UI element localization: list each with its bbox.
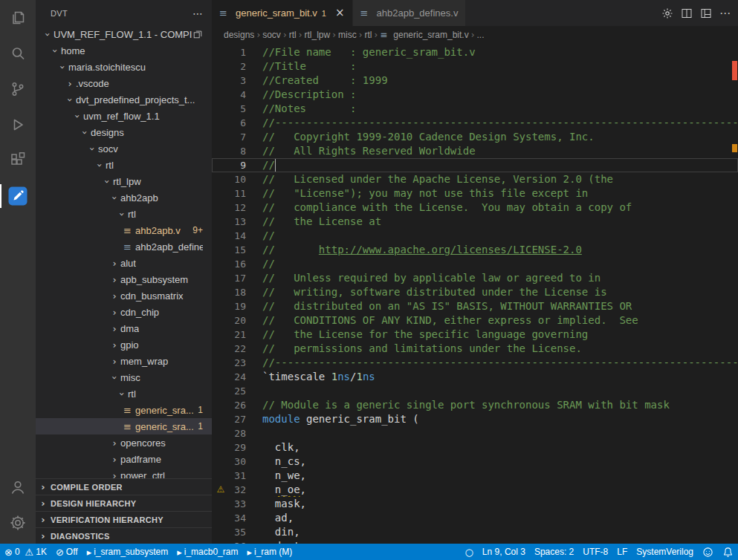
tree-item-folder[interactable]: ›gpio bbox=[36, 336, 212, 353]
code-line-6[interactable]: 6//-------------------------------------… bbox=[212, 116, 738, 130]
statusbar-encoding[interactable]: UTF-8 bbox=[578, 544, 612, 560]
breadcrumb-item[interactable]: rtl bbox=[364, 30, 372, 40]
breadcrumb-item[interactable]: misc bbox=[338, 30, 357, 40]
statusbar-indentation[interactable]: Spaces: 2 bbox=[530, 544, 578, 560]
code-line-22[interactable]: 22// permissions and limitations under t… bbox=[212, 342, 738, 356]
tree-item-folder[interactable]: ›rtl bbox=[36, 157, 212, 173]
tree-item-folder[interactable]: ›maria.stoichitescu bbox=[36, 59, 212, 75]
code-line-35[interactable]: 35 din, bbox=[212, 525, 738, 539]
tree-item-folder[interactable]: ›cdn_chip bbox=[36, 304, 212, 320]
code-line-17[interactable]: 17// Unless required by applicable law o… bbox=[212, 271, 738, 285]
tree-item-folder[interactable]: ›misc bbox=[36, 369, 212, 385]
section-diagnostics[interactable]: ›DIAGNOSTICS bbox=[36, 527, 212, 544]
extensions-icon[interactable] bbox=[0, 143, 36, 178]
code-line-20[interactable]: 20// CONDITIONS OF ANY KIND, either expr… bbox=[212, 313, 738, 328]
code-line-3[interactable]: 3//Created : 1999 bbox=[212, 74, 738, 88]
statusbar-hierarchy-path-3[interactable]: ▸i_ram (M) bbox=[242, 544, 297, 560]
tree-item-folder[interactable]: ›.vscode bbox=[36, 75, 212, 91]
code-line-33[interactable]: 33 mask, bbox=[212, 497, 738, 511]
code-line-36[interactable]: 36 dout bbox=[212, 539, 738, 544]
code-line-2[interactable]: 2//Title : bbox=[212, 59, 738, 74]
code-line-16[interactable]: 16// bbox=[212, 257, 738, 271]
tree-item-folder[interactable]: ›rtl bbox=[36, 206, 212, 222]
code-line-25[interactable]: 25 bbox=[212, 384, 738, 398]
statusbar-eol[interactable]: LF bbox=[612, 544, 632, 560]
tree-item-folder[interactable]: ›power_ctrl bbox=[36, 467, 212, 478]
tree-item-file[interactable]: ≡generic_sra...1 bbox=[36, 402, 212, 418]
statusbar-hierarchy-path-2[interactable]: ▸i_macb0_ram bbox=[172, 544, 242, 560]
tree-item-folder[interactable]: ›dma bbox=[36, 320, 212, 336]
tree-item-folder[interactable]: ›rtl_lpw bbox=[36, 173, 212, 189]
code-line-18[interactable]: 18// writing, software distributed under… bbox=[212, 285, 738, 299]
code-line-31[interactable]: 31 n_we, bbox=[212, 469, 738, 483]
section-design-hierarchy[interactable]: ›DESIGN HIERARCHY bbox=[36, 495, 212, 511]
dvt-icon[interactable] bbox=[0, 178, 36, 214]
tree-item-folder[interactable]: ›padframe bbox=[36, 451, 212, 467]
tree-item-folder[interactable]: ›cdn_busmatrix bbox=[36, 287, 212, 304]
code-line-4[interactable]: 4//Description : bbox=[212, 88, 738, 102]
tree-item-file[interactable]: ≡ahb2apb_define... bbox=[36, 238, 212, 255]
code-line-24[interactable]: 24`timescale 1ns/1ns bbox=[212, 370, 738, 384]
code-line-10[interactable]: 10// Licensed under the Apache License, … bbox=[212, 172, 738, 186]
tab-ahb2apb_defines.v[interactable]: ≡ahb2apb_defines.v bbox=[353, 0, 467, 26]
statusbar-notifications[interactable] bbox=[718, 544, 738, 560]
code-line-27[interactable]: 27module generic_sram_bit ( bbox=[212, 412, 738, 426]
run-and-debug-icon[interactable] bbox=[0, 107, 36, 143]
close-icon[interactable]: × bbox=[335, 7, 345, 19]
tree-item-folder[interactable]: ›rtl bbox=[36, 385, 212, 402]
tree-item-folder[interactable]: ›designs bbox=[36, 124, 212, 140]
code-area[interactable]: 1//File name : generic_sram_bit.v2//Titl… bbox=[212, 44, 738, 544]
tab-generic_sram_bit.v[interactable]: ≡generic_sram_bit.v1× bbox=[212, 0, 353, 26]
code-line-19[interactable]: 19// distributed on an "AS IS" BASIS, WI… bbox=[212, 299, 738, 313]
code-line-30[interactable]: 30 n_cs, bbox=[212, 455, 738, 469]
tree-item-folder[interactable]: ›apb_subsystem bbox=[36, 271, 212, 287]
code-line-29[interactable]: 29 clk, bbox=[212, 440, 738, 455]
code-line-13[interactable]: 13// the License at bbox=[212, 215, 738, 229]
explorer-icon[interactable] bbox=[0, 0, 36, 36]
code-line-14[interactable]: 14// bbox=[212, 229, 738, 243]
tree-item-file[interactable]: ≡generic_sra...1 bbox=[36, 418, 212, 434]
breadcrumb-item[interactable]: rtl_lpw bbox=[305, 30, 331, 40]
split-editor-icon[interactable] bbox=[681, 7, 693, 19]
open-project-icon[interactable] bbox=[192, 29, 203, 39]
code-line-23[interactable]: 23//------------------------------------… bbox=[212, 356, 738, 370]
statusbar-status-circle[interactable]: ○ bbox=[461, 544, 478, 560]
code-line-8[interactable]: 8// All Rights Reserved Worldwide bbox=[212, 144, 738, 158]
manage-icon[interactable] bbox=[0, 505, 36, 541]
breadcrumb-item[interactable]: ≡generic_sram_bit.v bbox=[380, 30, 468, 40]
tree-item-folder[interactable]: ›socv bbox=[36, 140, 212, 157]
tree-item-folder[interactable]: ›mem_wrap bbox=[36, 353, 212, 369]
section-compile-order[interactable]: ›COMPILE ORDER bbox=[36, 478, 212, 495]
code-line-9[interactable]: 9// bbox=[212, 158, 738, 172]
more-actions-icon[interactable]: ⋯ bbox=[192, 7, 203, 19]
tree-item-folder[interactable]: ›ahb2apb bbox=[36, 189, 212, 206]
tree-item-file[interactable]: ≡ahb2apb.v9+ bbox=[36, 222, 212, 238]
code-line-5[interactable]: 5//Notes : bbox=[212, 102, 738, 116]
section-verification-hierarchy[interactable]: ›VERIFICATION HIERARCHY bbox=[36, 511, 212, 527]
settings-gear-icon[interactable] bbox=[661, 7, 673, 19]
breadcrumb-item[interactable]: socv bbox=[262, 30, 281, 40]
code-line-15[interactable]: 15// http://www.apache.org/licenses/LICE… bbox=[212, 243, 738, 257]
accounts-icon[interactable] bbox=[0, 469, 36, 505]
tree-item-folder[interactable]: ›alut bbox=[36, 255, 212, 271]
code-line-1[interactable]: 1//File name : generic_sram_bit.v bbox=[212, 45, 738, 59]
search-icon[interactable] bbox=[0, 36, 36, 71]
tree-item-folder[interactable]: ›UVM_REF_FLOW_1.1 - COMPILED ... bbox=[36, 26, 212, 42]
breadcrumb-item[interactable]: designs bbox=[224, 30, 254, 40]
statusbar-feedback[interactable] bbox=[698, 544, 718, 560]
tree-item-folder[interactable]: ›dvt_predefined_projects_t... bbox=[36, 91, 212, 108]
tree-item-folder[interactable]: ›home bbox=[36, 42, 212, 59]
more-actions-icon[interactable]: ⋯ bbox=[719, 7, 731, 20]
statusbar-hierarchy-path-1[interactable]: ▸i_sram_subsystem bbox=[82, 544, 173, 560]
customize-layout-icon[interactable] bbox=[700, 7, 712, 19]
code-line-7[interactable]: 7// Copyright 1999-2010 Cadence Design S… bbox=[212, 130, 738, 144]
code-line-26[interactable]: 26// Module is a generic single port syn… bbox=[212, 398, 738, 412]
tree-item-folder[interactable]: ›opencores bbox=[36, 434, 212, 451]
statusbar-problems[interactable]: ⊗0⚠1K bbox=[0, 544, 51, 560]
code-line-34[interactable]: 34 ad, bbox=[212, 511, 738, 525]
statusbar-language-mode[interactable]: SystemVerilog bbox=[632, 544, 698, 560]
code-line-21[interactable]: 21// the License for the specific langua… bbox=[212, 328, 738, 342]
code-line-32[interactable]: ⚠32 n_oe, bbox=[212, 483, 738, 497]
breadcrumb-item[interactable]: rtl bbox=[289, 30, 297, 40]
code-line-11[interactable]: 11// "License"); you may not use this fi… bbox=[212, 186, 738, 201]
